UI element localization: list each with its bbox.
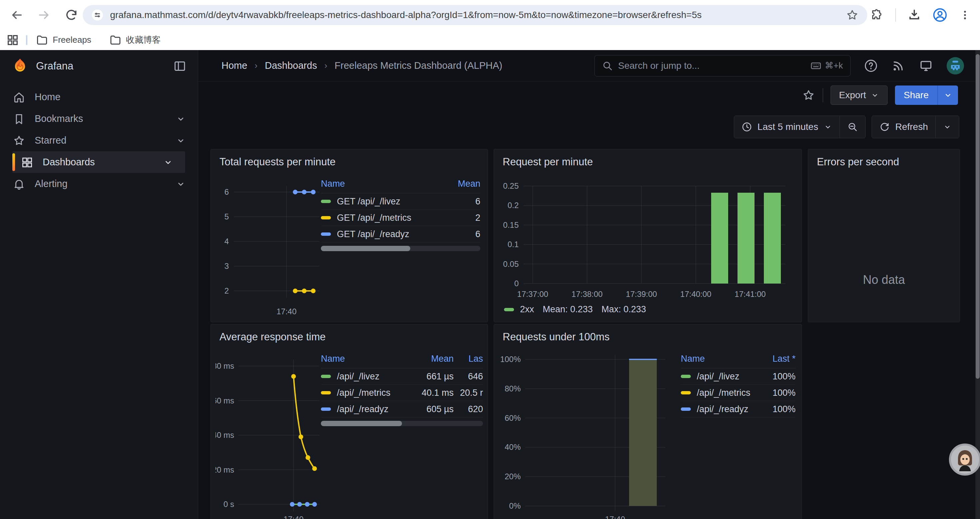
search-input[interactable]: Search or jump to... ⌘+k <box>594 55 851 77</box>
series-color-chip <box>321 232 331 236</box>
collapse-sidebar-icon[interactable] <box>173 59 186 73</box>
legend-row[interactable]: /api/_/livez 661 µs 646 <box>321 368 483 385</box>
export-button[interactable]: Export <box>830 86 888 105</box>
sidebar-item-bookmarks[interactable]: Bookmarks <box>0 108 198 129</box>
svg-text:100%: 100% <box>500 355 521 364</box>
legend-row[interactable]: /api/_/metrics 40.1 ms 20.5 r <box>321 385 483 401</box>
svg-text:5: 5 <box>224 212 229 221</box>
chevron-down-icon <box>943 91 953 100</box>
search-shortcut: ⌘+k <box>810 60 843 72</box>
time-range-picker[interactable]: Last 5 minutes <box>734 116 840 138</box>
legend-scrollbar[interactable] <box>321 246 480 251</box>
sidebar: Grafana Home Bookmarks Starred Dashboard… <box>0 50 198 519</box>
legend-inline[interactable]: 2xx Mean: 0.233 Max: 0.233 <box>504 304 646 315</box>
url-bar[interactable]: grafana.mathmast.com/d/deytv4rwavabkb/fr… <box>83 5 867 25</box>
sidebar-item-dashboards[interactable]: Dashboards <box>12 151 185 173</box>
svg-text:60%: 60% <box>505 414 521 423</box>
panel-title[interactable]: Errors per second <box>808 149 960 168</box>
bookmark-folder-label: 收藏博客 <box>126 34 161 46</box>
download-icon[interactable] <box>908 9 921 21</box>
panel-title[interactable]: Average response time <box>211 324 488 343</box>
legend-scrollbar[interactable] <box>321 421 483 426</box>
site-info-icon[interactable] <box>91 9 103 21</box>
svg-text:0.05: 0.05 <box>503 260 519 268</box>
extensions-icon[interactable] <box>870 9 883 21</box>
bookmark-star-icon[interactable] <box>846 9 859 21</box>
legend-header: Name Last * <box>681 354 795 368</box>
breadcrumb-current: Freeleaps Metrics Dashboard (ALPHA) <box>334 60 502 71</box>
refresh-interval-dropdown[interactable] <box>935 116 959 138</box>
bar-chart[interactable]: 0.25 0.2 0.15 0.1 0.05 0 17:37:00 17:38:… <box>499 178 795 302</box>
series-name: 2xx <box>520 304 534 315</box>
apps-grid-icon[interactable] <box>6 34 19 47</box>
kiosk-monitor-icon[interactable] <box>919 58 933 73</box>
legend-row[interactable]: /api/_/readyz 100% <box>681 401 795 417</box>
chevron-down-icon[interactable] <box>176 179 186 189</box>
breadcrumb-home[interactable]: Home <box>221 60 247 71</box>
svg-text:2: 2 <box>224 286 229 295</box>
series-color-chip <box>681 407 691 411</box>
share-button[interactable]: Share <box>895 86 937 105</box>
back-button[interactable] <box>6 4 27 26</box>
dashboards-icon <box>21 156 33 169</box>
share-button-group[interactable]: Share <box>895 86 958 105</box>
chevron-down-icon[interactable] <box>163 157 173 167</box>
search-icon <box>602 61 613 71</box>
keyboard-icon <box>810 60 822 72</box>
svg-text:17:38:00: 17:38:00 <box>571 289 602 299</box>
legend-row[interactable]: GET /api/_/livez 6 <box>321 193 480 210</box>
svg-text:0.25: 0.25 <box>503 181 519 190</box>
sidebar-item-alerting[interactable]: Alerting <box>0 173 198 195</box>
svg-text:0 s: 0 s <box>223 500 234 509</box>
user-avatar[interactable] <box>947 57 964 75</box>
assistant-avatar[interactable] <box>949 444 980 476</box>
svg-text:17:40: 17:40 <box>277 307 296 316</box>
panel-title[interactable]: Total requests per minute <box>211 149 488 168</box>
svg-text:17:37:00: 17:37:00 <box>517 289 548 299</box>
news-rss-icon[interactable] <box>891 59 905 73</box>
legend-row[interactable]: GET /api/_/readyz 6 <box>321 226 480 243</box>
legend-row[interactable]: /api/_/metrics 100% <box>681 385 795 401</box>
legend-header: Name Mean <box>321 179 480 193</box>
panel-title[interactable]: Requests under 100ms <box>494 324 802 343</box>
svg-text:0.15: 0.15 <box>503 220 519 230</box>
sidebar-item-starred[interactable]: Starred <box>0 129 198 151</box>
menu-kebab-icon[interactable] <box>959 10 970 21</box>
help-icon[interactable] <box>864 59 878 73</box>
profile-icon[interactable] <box>932 8 947 22</box>
svg-text:6: 6 <box>224 187 229 196</box>
chevron-down-icon[interactable] <box>176 136 186 145</box>
browser-chrome: grafana.mathmast.com/d/deytv4rwavabkb/fr… <box>0 0 980 50</box>
favorite-star-icon[interactable] <box>802 88 815 102</box>
bookmark-folder-blogs[interactable]: 收藏博客 <box>110 34 161 46</box>
svg-text:17:40:00: 17:40:00 <box>680 289 711 299</box>
forward-button[interactable] <box>33 4 55 26</box>
legend-row[interactable]: GET /api/_/metrics 2 <box>321 210 480 226</box>
grafana-logo-icon[interactable] <box>11 57 29 75</box>
bar-chart[interactable]: 100% 80% 60% 40% 20% 0% 17:40 <box>499 351 672 519</box>
forward-icon <box>37 8 51 22</box>
breadcrumb-dashboards[interactable]: Dashboards <box>265 60 317 71</box>
chevron-down-icon[interactable] <box>176 114 186 124</box>
svg-text:60 ms: 60 ms <box>215 396 234 405</box>
sidebar-item-label: Dashboards <box>43 156 163 168</box>
legend-row[interactable]: /api/_/livez 100% <box>681 368 795 385</box>
share-dropdown-button[interactable] <box>937 86 958 105</box>
reload-button[interactable] <box>61 4 82 26</box>
svg-text:17:40: 17:40 <box>283 515 304 519</box>
folder-icon <box>36 34 48 46</box>
bookmark-folder-freeleaps[interactable]: Freeleaps <box>36 34 91 46</box>
legend-table: Name Last * /api/_/livez 100% /api/_/met… <box>681 354 795 417</box>
legend-row[interactable]: /api/_/readyz 605 µs 620 <box>321 401 483 417</box>
svg-text:17:41:00: 17:41:00 <box>735 289 765 299</box>
svg-text:17:39:00: 17:39:00 <box>626 289 657 299</box>
series-color-chip <box>321 200 331 203</box>
timeseries-chart[interactable]: 80 ms 60 ms 40 ms 20 ms 0 s 17:40 <box>215 351 322 519</box>
sidebar-item-home[interactable]: Home <box>0 86 198 108</box>
panel-title[interactable]: Request per minute <box>494 149 802 168</box>
refresh-button[interactable]: Refresh <box>872 116 935 138</box>
scrollbar-thumb[interactable] <box>976 54 980 379</box>
svg-text:3: 3 <box>224 262 229 270</box>
timeseries-chart[interactable]: 6 5 4 3 2 17:40 <box>215 181 322 318</box>
zoom-out-button[interactable] <box>840 116 865 138</box>
